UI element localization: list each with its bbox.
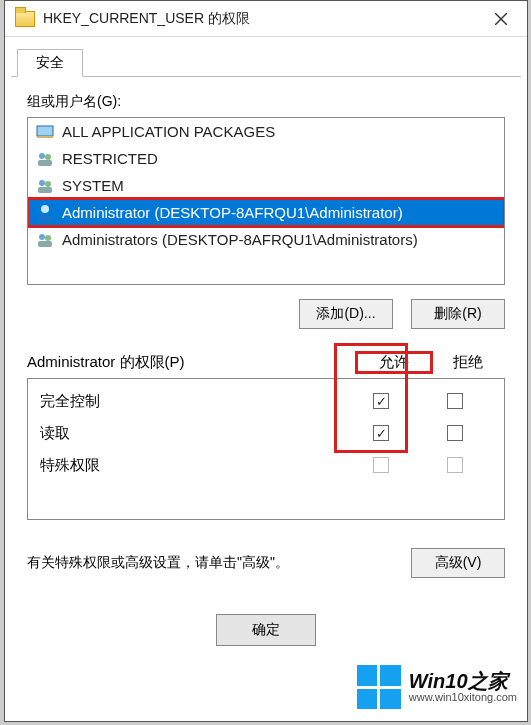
permissions-area: Administrator 的权限(P) 允许 拒绝 完全控制 读取 特殊权限	[27, 353, 505, 520]
svg-rect-13	[38, 241, 52, 247]
svg-rect-9	[38, 187, 52, 193]
deny-checkbox-special	[447, 457, 463, 473]
list-buttons: 添加(D)... 删除(R)	[27, 299, 505, 329]
group-icon	[34, 230, 56, 250]
watermark: Win10之家 www.win10xitong.com	[357, 665, 517, 709]
svg-point-7	[39, 180, 45, 186]
advanced-button[interactable]: 高级(V)	[411, 548, 505, 578]
svg-point-11	[39, 234, 45, 240]
principals-list[interactable]: ALL APPLICATION PACKAGES RESTRICTED SYST…	[27, 117, 505, 285]
list-item-label: Administrator (DESKTOP-8AFRQU1\Administr…	[62, 204, 403, 221]
permission-name: 读取	[40, 424, 344, 443]
list-item-selected[interactable]: Administrator (DESKTOP-8AFRQU1\Administr…	[28, 199, 504, 226]
advanced-text: 有关特殊权限或高级设置，请单击"高级"。	[27, 554, 289, 572]
list-item[interactable]: SYSTEM	[28, 172, 504, 199]
user-icon	[34, 203, 56, 223]
permission-name: 特殊权限	[40, 456, 344, 475]
svg-point-8	[45, 181, 51, 187]
group-icon	[34, 176, 56, 196]
tabstrip: 安全	[11, 43, 521, 77]
dialog-buttons: 确定	[27, 614, 505, 646]
svg-point-5	[45, 154, 51, 160]
permissions-table: 完全控制 读取 特殊权限	[27, 378, 505, 520]
package-icon	[34, 122, 56, 142]
deny-column-header: 拒绝	[431, 353, 505, 372]
svg-rect-2	[37, 126, 53, 136]
permissions-header: Administrator 的权限(P) 允许 拒绝	[27, 353, 505, 372]
content-area: 组或用户名(G): ALL APPLICATION PACKAGES RESTR…	[5, 77, 527, 646]
svg-point-10	[41, 205, 49, 213]
list-item-label: RESTRICTED	[62, 150, 158, 167]
group-icon	[34, 149, 56, 169]
windows-logo-icon	[357, 665, 401, 709]
titlebar: HKEY_CURRENT_USER 的权限	[5, 1, 527, 37]
watermark-brand: Win10之家	[409, 671, 517, 692]
svg-rect-3	[37, 136, 53, 138]
close-button[interactable]	[475, 1, 527, 37]
permission-row: 读取	[28, 417, 504, 449]
remove-button[interactable]: 删除(R)	[411, 299, 505, 329]
deny-checkbox-full[interactable]	[447, 393, 463, 409]
list-item[interactable]: Administrators (DESKTOP-8AFRQU1\Administ…	[28, 226, 504, 253]
window-title: HKEY_CURRENT_USER 的权限	[43, 10, 475, 28]
list-item-label: ALL APPLICATION PACKAGES	[62, 123, 275, 140]
ok-button[interactable]: 确定	[216, 614, 316, 646]
permission-row: 特殊权限	[28, 449, 504, 481]
list-item-label: SYSTEM	[62, 177, 124, 194]
permission-name: 完全控制	[40, 392, 344, 411]
list-item[interactable]: ALL APPLICATION PACKAGES	[28, 118, 504, 145]
allow-column-header: 允许	[357, 353, 431, 372]
advanced-row: 有关特殊权限或高级设置，请单击"高级"。 高级(V)	[27, 548, 505, 578]
folder-icon	[15, 11, 35, 27]
permission-row: 完全控制	[28, 385, 504, 417]
close-icon	[495, 13, 507, 25]
allow-checkbox-full[interactable]	[373, 393, 389, 409]
svg-point-12	[45, 235, 51, 241]
list-item[interactable]: RESTRICTED	[28, 145, 504, 172]
permissions-dialog: HKEY_CURRENT_USER 的权限 安全 组或用户名(G): ALL A…	[4, 0, 528, 722]
svg-rect-6	[38, 160, 52, 166]
tab-label: 安全	[36, 54, 64, 72]
add-button[interactable]: 添加(D)...	[299, 299, 393, 329]
tab-security[interactable]: 安全	[17, 49, 83, 77]
permissions-for-label: Administrator 的权限(P)	[27, 353, 357, 372]
deny-checkbox-read[interactable]	[447, 425, 463, 441]
list-item-label: Administrators (DESKTOP-8AFRQU1\Administ…	[62, 231, 418, 248]
groups-label: 组或用户名(G):	[27, 93, 505, 111]
svg-point-4	[39, 153, 45, 159]
allow-checkbox-special	[373, 457, 389, 473]
allow-checkbox-read[interactable]	[373, 425, 389, 441]
watermark-url: www.win10xitong.com	[409, 692, 517, 704]
